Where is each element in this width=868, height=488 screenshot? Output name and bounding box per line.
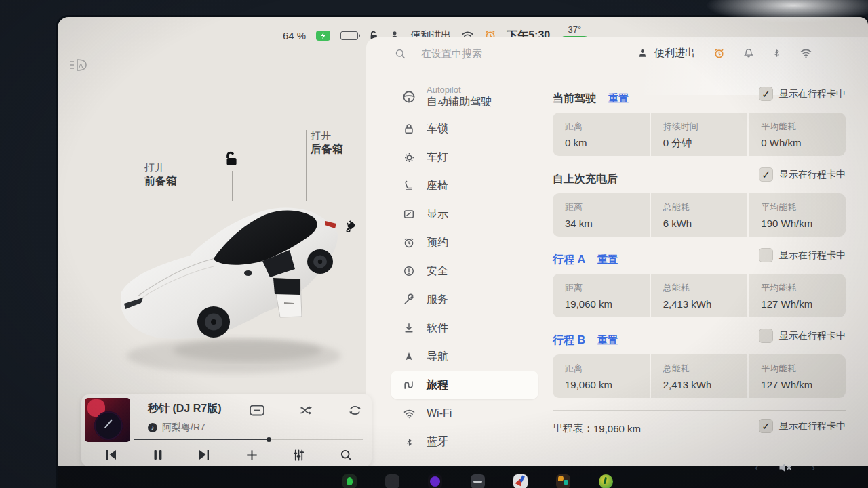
show-in-card-toggle[interactable]: 显示在行程卡中: [759, 419, 846, 433]
show-in-card-toggle[interactable]: 显示在行程卡中: [759, 167, 846, 182]
dock-app-icon[interactable]: [471, 474, 485, 488]
sidebar-item-navigation[interactable]: 导航: [391, 342, 538, 371]
sidebar-item-service[interactable]: 服务: [391, 285, 538, 314]
settings-search[interactable]: 在设置中搜索: [395, 47, 482, 60]
safety-icon: [401, 265, 416, 277]
dock-app-icon[interactable]: [556, 474, 570, 488]
service-icon: [401, 293, 416, 306]
bluetooth-icon: [401, 436, 416, 448]
odometer-value: 19,060 km: [593, 423, 641, 434]
track-title[interactable]: 秒针 (DJ R7版): [148, 402, 221, 416]
chevron-left-icon[interactable]: [755, 462, 758, 473]
search-icon: [395, 48, 406, 60]
settings-sidebar: Autopilot 自动辅助驾驶 车锁 车灯: [391, 79, 538, 456]
sidebar-item-display[interactable]: 显示: [391, 200, 538, 228]
wifi-icon: [401, 409, 416, 419]
sidebar-item-trips[interactable]: 旅程: [391, 371, 538, 399]
car-unlocked-icon[interactable]: [222, 150, 240, 167]
sidebar-item-software[interactable]: 软件: [391, 314, 538, 342]
checkbox-icon[interactable]: [759, 248, 773, 262]
equalizer-button[interactable]: [292, 449, 305, 462]
sidebar-item-locks[interactable]: 车锁: [391, 115, 538, 143]
lock-icon: [401, 123, 416, 135]
trip-stats-card: 距离 19,060 km 总能耗 2,413 kWh 平均能耗 127 Wh/k…: [553, 274, 846, 317]
headlight-icon: [401, 151, 416, 164]
svg-text:A: A: [79, 62, 83, 69]
show-in-card-toggle[interactable]: 显示在行程卡中: [759, 87, 846, 101]
car-image[interactable]: [112, 193, 359, 383]
auto-headlight-icon[interactable]: A: [68, 58, 89, 73]
previous-track-button[interactable]: [104, 449, 118, 461]
settings-profile[interactable]: 便利进出: [637, 47, 695, 60]
volume-cluster: [755, 462, 815, 474]
album-art[interactable]: [85, 398, 130, 442]
trip-section-title: 当前驾驶: [553, 92, 596, 106]
checkbox-icon[interactable]: [759, 167, 773, 182]
steering-wheel-icon: [401, 90, 416, 104]
pause-button[interactable]: [153, 449, 163, 461]
sidebar-item-lights[interactable]: 车灯: [391, 143, 538, 171]
track-artist[interactable]: ♪ 阿梨粤/R7: [148, 422, 205, 434]
sidebar-item-wifi[interactable]: Wi-Fi: [391, 399, 538, 428]
dock-app-icon[interactable]: [428, 474, 442, 488]
software-icon: [401, 322, 416, 334]
trip-section-trip-b: 行程 B 重置 显示在行程卡中 距离 19,060 km 总能耗 2,413 k…: [553, 333, 846, 398]
trip-section-title: 行程 A: [553, 253, 585, 267]
media-search-button[interactable]: [340, 449, 353, 462]
schedule-icon: [401, 237, 416, 249]
dock-app-icon[interactable]: [513, 474, 528, 488]
progress-track[interactable]: [134, 439, 363, 440]
lyrics-icon[interactable]: [249, 404, 265, 417]
checkbox-icon[interactable]: [759, 87, 773, 101]
dock-app-icon[interactable]: [342, 474, 357, 488]
music-source-icon: ♪: [148, 423, 157, 432]
checkbox-icon[interactable]: [759, 419, 773, 433]
launcher-bar: [58, 466, 868, 488]
checkbox-icon[interactable]: [759, 329, 773, 343]
trip-stats-card: 距离 19,060 km 总能耗 2,413 kWh 平均能耗 127 Wh/k…: [553, 354, 846, 398]
sidebar-item-seats[interactable]: 座椅: [391, 171, 538, 200]
trips-icon: [401, 379, 416, 391]
rear-trunk-label[interactable]: 打开 后备箱: [311, 129, 343, 156]
trip-section-trip-a: 行程 A 重置 显示在行程卡中 距离 19,060 km 总能耗 2,413 k…: [553, 253, 846, 317]
seat-icon: [401, 180, 416, 192]
odometer-label: 里程表：: [553, 422, 593, 435]
show-in-card-toggle[interactable]: 显示在行程卡中: [759, 248, 846, 262]
bluetooth-icon[interactable]: [772, 47, 781, 59]
battery-percent: 64 %: [283, 30, 306, 41]
sidebar-item-autopilot[interactable]: Autopilot 自动辅助驾驶: [391, 79, 538, 115]
charging-icon: [316, 30, 330, 41]
trip-reset-link[interactable]: 重置: [597, 253, 618, 266]
mute-icon[interactable]: [778, 462, 793, 474]
trip-section-title: 行程 B: [553, 333, 585, 348]
dock-app-icon[interactable]: [599, 474, 613, 488]
profile-icon: [637, 48, 648, 58]
trip-reset-link[interactable]: 重置: [608, 92, 629, 105]
front-trunk-label[interactable]: 打开 前备箱: [144, 161, 177, 188]
shuffle-icon[interactable]: [299, 404, 314, 417]
tesla-touchscreen: 64 % 便利进出 下午5:30 37° AQI 45: [58, 17, 868, 488]
add-to-favorites-button[interactable]: [245, 449, 258, 462]
sidebar-item-safety[interactable]: 安全: [391, 257, 538, 285]
show-in-card-toggle[interactable]: 显示在行程卡中: [759, 329, 846, 343]
battery-icon: [340, 31, 358, 40]
chevron-right-icon[interactable]: [812, 462, 815, 473]
header-divider: [366, 73, 868, 73]
odometer-row: 里程表： 19,060 km 显示在行程卡中: [553, 420, 846, 436]
trip-reset-link[interactable]: 重置: [597, 334, 618, 347]
progress-handle[interactable]: [267, 437, 271, 442]
sidebar-item-bluetooth[interactable]: 蓝牙: [391, 428, 538, 456]
app-dock: [342, 474, 613, 488]
next-track-button[interactable]: [197, 449, 211, 461]
sidebar-item-schedule[interactable]: 预约: [391, 228, 538, 257]
temperature: 37°: [568, 25, 582, 34]
scheduled-alarm-icon[interactable]: [713, 47, 725, 59]
settings-header: 在设置中搜索 便利进出: [366, 37, 868, 73]
progress-played: [134, 439, 269, 440]
display-icon: [401, 208, 416, 220]
repeat-icon[interactable]: [348, 404, 362, 417]
trip-section-current-drive: 当前驾驶 重置 显示在行程卡中 距离 0 km 持续时间 0 分钟 平均能耗 0…: [553, 92, 846, 156]
dock-app-icon[interactable]: [385, 474, 399, 488]
wifi-icon[interactable]: [800, 48, 812, 58]
notification-bell-icon[interactable]: [743, 47, 754, 59]
